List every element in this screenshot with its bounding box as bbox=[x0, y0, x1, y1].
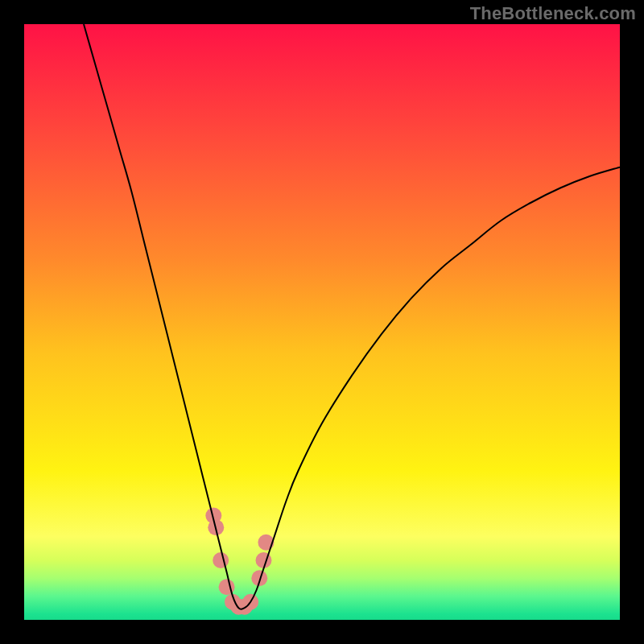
background-gradient bbox=[24, 24, 620, 620]
plot-area bbox=[24, 24, 620, 620]
chart-frame: TheBottleneck.com bbox=[0, 0, 644, 644]
svg-rect-0 bbox=[24, 24, 620, 620]
watermark-text: TheBottleneck.com bbox=[470, 3, 636, 24]
